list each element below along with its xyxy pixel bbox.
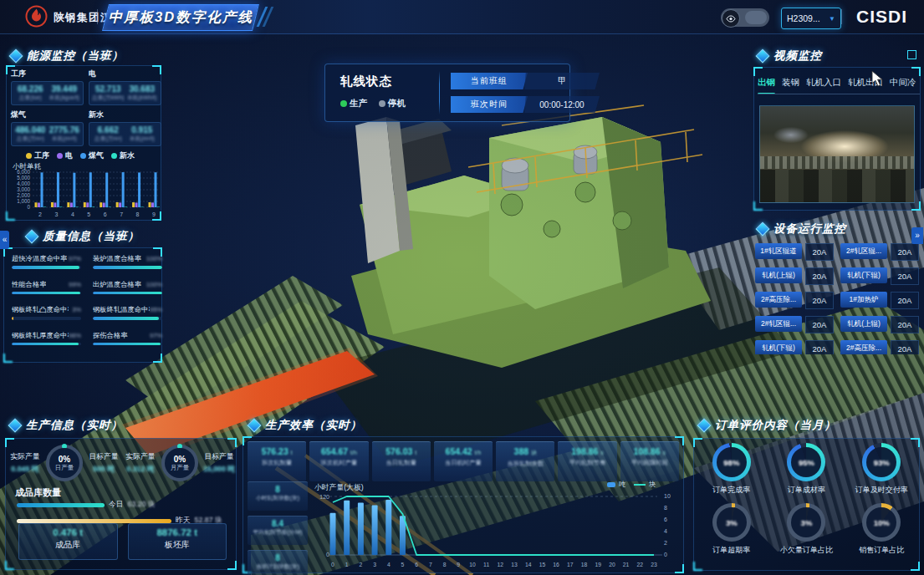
quality-progress-track <box>93 317 162 320</box>
side-box-label: 平均轧制节奏(分钟) <box>248 528 308 537</box>
efficiency-panel-header: 生产效率（实时） <box>249 418 362 433</box>
efficiency-cards: 576.23 t班次轧制量654.67 t/h班次机时产量576.03 t当日轧… <box>248 441 679 481</box>
gauge-target-label: 目标产量 <box>201 452 237 462</box>
toggle-knob <box>745 11 767 24</box>
hourly-legend-label: 块 <box>649 480 656 489</box>
video-tab-轧机入口[interactable]: 轧机入口 <box>806 77 841 89</box>
video-tab-轧机出口[interactable]: 轧机出口 <box>848 77 883 89</box>
svg-text:5,000: 5,000 <box>17 175 30 181</box>
quality-progress-fill <box>93 292 162 295</box>
svg-text:6: 6 <box>664 516 667 522</box>
energy-group-name: 电 <box>89 69 161 79</box>
video-tab-出钢[interactable]: 出钢 <box>758 77 775 89</box>
quality-item-top: 性能合格率99% <box>12 280 81 289</box>
equipment-value: 20A <box>805 267 834 285</box>
collapse-right-button[interactable]: » <box>911 227 923 244</box>
efficiency-card-label: 平均间隙时间 <box>620 459 679 467</box>
equipment-cell: 1#加热炉20A <box>840 292 919 309</box>
feed-rollers <box>760 156 914 169</box>
side-box-value: 8 <box>248 553 308 562</box>
gauge-percent: 0% <box>174 455 186 464</box>
svg-text:10: 10 <box>469 562 476 567</box>
diamond-icon <box>25 230 39 244</box>
energy-metric-unit: 单耗(m³/t) <box>48 135 82 143</box>
efficiency-side-box: 8当班计划块数(块) <box>248 550 308 575</box>
equipment-name-chip[interactable]: 轧机(上辊) <box>840 316 887 332</box>
efficiency-card-value: 108.86 s <box>620 446 679 456</box>
equipment-name-chip[interactable]: 轧机(下辊) <box>840 267 887 283</box>
gauge-actual: 实际产量0.312 吨 <box>122 452 159 475</box>
efficiency-card-value: 198.86 s <box>558 446 616 456</box>
legend-item: 工序 <box>26 150 49 161</box>
donut-center: 3% <box>791 507 821 537</box>
legend-label: 电 <box>65 150 73 161</box>
donut-label: 订单成材率 <box>770 485 842 496</box>
quality-panel-header: 质量信息（当班） <box>27 229 140 244</box>
svg-text:8: 8 <box>136 211 140 217</box>
energy-group-box: 68.226总量(tce)39.449单耗(kgce/t) <box>11 81 84 105</box>
quality-progress-track <box>93 343 162 346</box>
quality-item-top: 钢板终轧凸度命中率3% <box>12 305 81 314</box>
energy-group-name: 工序 <box>11 69 84 79</box>
efficiency-panel-title: 生产效率（实时） <box>265 418 362 433</box>
device-select[interactable]: H2309... ▼ <box>781 8 841 29</box>
energy-group-box: 52.713总量(万kWh)30.683单耗(kWh/t) <box>89 81 161 105</box>
top-bar: 陕钢集团汉钢公司 中厚板3D数字化产线 H2309... ▼ CISDI <box>0 0 924 34</box>
video-tab-中间冷[interactable]: 中间冷 <box>890 77 916 89</box>
energy-group-box: 6.662总量(万m³)0.915单耗(m³/t) <box>89 122 161 146</box>
quality-progress-track <box>12 343 81 346</box>
svg-text:0: 0 <box>664 552 667 557</box>
svg-text:20: 20 <box>609 562 615 567</box>
energy-groups: 工序68.226总量(tce)39.449单耗(kgce/t)电52.713总量… <box>11 69 161 146</box>
equipment-name-chip[interactable]: 轧机(上辊) <box>755 267 802 283</box>
efficiency-card-label: 班次轧制量 <box>248 459 306 467</box>
equipment-name-chip[interactable]: 2#轧区辊... <box>755 316 802 332</box>
order-donut: 10%销售订单占比 <box>845 503 917 556</box>
video-tab-装钢[interactable]: 装钢 <box>782 77 799 89</box>
gauge-target-label: 目标产量 <box>85 452 122 462</box>
svg-text:22: 22 <box>637 562 644 567</box>
equipment-row: 1#轧区辊道20A2#轧区辊...20A <box>755 243 919 261</box>
collapse-left-button[interactable]: « <box>0 231 9 249</box>
energy-metric-unit: 总量(万m³) <box>13 135 48 143</box>
divider <box>841 9 842 24</box>
donut-ring: 10% <box>862 503 901 542</box>
energy-metric-value: 39.449 <box>48 84 82 94</box>
video-panel-title: 视频监控 <box>773 48 822 64</box>
quality-progress-track <box>12 317 81 320</box>
visibility-toggle[interactable] <box>721 8 769 27</box>
side-box-value: 8.4 <box>248 519 308 528</box>
equipment-name-chip[interactable]: 2#轧区辊... <box>840 243 887 259</box>
svg-text:17: 17 <box>567 562 574 567</box>
quality-progress-track <box>93 292 162 295</box>
equipment-name-chip[interactable]: 1#轧区辊道 <box>755 243 802 259</box>
svg-text:19: 19 <box>595 562 601 567</box>
inventory-bar <box>17 519 171 523</box>
expand-icon[interactable] <box>907 50 916 59</box>
gauge-name: 月产量 <box>171 464 190 472</box>
equipment-name-chip[interactable]: 2#高压除... <box>755 292 802 308</box>
quality-progress-track <box>12 266 81 269</box>
equipment-cell: 轧机(上辊)20A <box>840 316 919 333</box>
status-legend-item: 生产 <box>340 98 367 109</box>
energy-hourly-chart: 01,0002,0003,0004,0005,0006,00023456789 <box>8 169 163 221</box>
efficiency-panel: 生产效率（实时） 576.23 t班次轧制量654.67 t/h班次机时产量57… <box>241 415 686 575</box>
efficiency-card-value: 654.42 t/h <box>434 446 493 456</box>
svg-text:0: 0 <box>27 204 30 210</box>
warehouse-box: 8876.72 t板坯库 <box>128 523 227 560</box>
equipment-name-chip[interactable]: 2#高压除... <box>840 340 887 354</box>
equipment-name-chip[interactable]: 轧机(下辊) <box>755 340 802 354</box>
efficiency-side-boxes: 8小时轧制块数(块)8.4平均轧制节奏(分钟)8当班计划块数(块) <box>248 481 308 575</box>
orders-panel: 订单评价内容（当月） 98%订单完成率95%订单成材率93%订单及时交付率3%订… <box>691 415 922 573</box>
quality-progress-track <box>12 292 81 295</box>
efficiency-side-box: 8小时轧制块数(块) <box>248 481 308 511</box>
svg-text:0: 0 <box>331 562 334 567</box>
equipment-name-chip[interactable]: 1#加热炉 <box>840 292 887 308</box>
shift-time-label-chip: 班次时间 <box>451 96 528 113</box>
equipment-row: 2#轧区辊...20A轧机(上辊)20A <box>755 316 919 333</box>
camera-feed-thumbnail[interactable] <box>759 105 915 203</box>
quality-item-value: 95% <box>150 306 162 313</box>
energy-metric-unit: 单耗(m³/t) <box>125 135 160 143</box>
production-panel-title: 生产信息（实时） <box>26 418 123 433</box>
energy-panel-title: 能源监控（当班） <box>27 48 124 64</box>
